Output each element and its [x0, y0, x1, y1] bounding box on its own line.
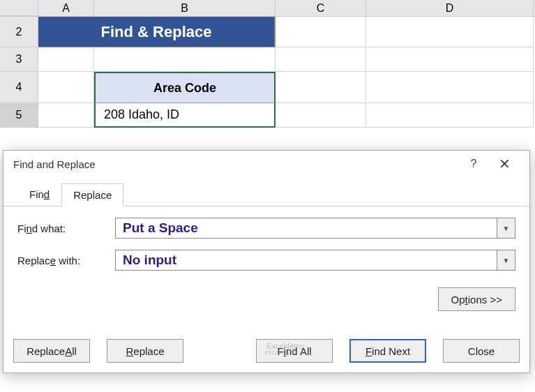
find-next-button[interactable]: Find Next — [349, 339, 426, 363]
tab-replace[interactable]: Replace — [61, 183, 123, 206]
cell-C4[interactable] — [276, 72, 366, 103]
cell-A4[interactable] — [38, 72, 94, 103]
find-what-dropdown[interactable]: ▼ — [497, 218, 515, 239]
col-header-C[interactable]: C — [276, 0, 366, 16]
banner-cell[interactable]: Find & Replace — [38, 17, 276, 47]
find-what-input[interactable] — [115, 218, 497, 239]
replace-all-button[interactable]: Replace All — [13, 339, 90, 363]
replace-with-input[interactable] — [115, 250, 497, 271]
dialog-title: Find and Replace — [13, 158, 96, 170]
tab-strip: Find Replace — [3, 183, 529, 206]
cell-D5[interactable] — [366, 103, 534, 128]
chevron-down-icon: ▼ — [503, 225, 510, 232]
find-what-label: Find what: — [17, 223, 115, 234]
row-header-3[interactable]: 3 — [0, 47, 38, 72]
cell-D4[interactable] — [366, 72, 534, 103]
chevron-down-icon: ▼ — [503, 257, 510, 264]
select-all-corner[interactable] — [0, 0, 38, 16]
row-header-5[interactable]: 5 — [0, 103, 38, 128]
col-header-A[interactable]: A — [38, 0, 94, 16]
cell-D2[interactable] — [366, 17, 534, 47]
replace-with-dropdown[interactable]: ▼ — [497, 250, 515, 271]
close-icon[interactable]: ✕ — [489, 156, 520, 172]
replace-with-label: Replace with: — [17, 255, 115, 266]
close-button[interactable]: Close — [443, 339, 520, 363]
find-replace-dialog: Find and Replace ? ✕ Find Replace Find w… — [3, 150, 530, 373]
tab-find[interactable]: Find — [17, 183, 61, 206]
cell-B5[interactable]: 208 Idaho, ID — [94, 103, 276, 128]
options-button[interactable]: Options >> — [438, 287, 515, 311]
find-all-button[interactable]: Find All — [256, 339, 333, 363]
cell-B3[interactable] — [94, 47, 276, 72]
col-header-D[interactable]: D — [366, 0, 534, 16]
cell-C2[interactable] — [276, 17, 366, 47]
dialog-titlebar[interactable]: Find and Replace ? ✕ — [3, 151, 529, 177]
row-header-4[interactable]: 4 — [0, 72, 38, 103]
replace-button[interactable]: Replace — [107, 339, 183, 363]
help-icon[interactable]: ? — [458, 158, 489, 170]
area-code-header[interactable]: Area Code — [94, 72, 276, 103]
cell-A5[interactable] — [38, 103, 94, 128]
row-header-2[interactable]: 2 — [0, 17, 38, 47]
cell-C5[interactable] — [276, 103, 366, 128]
cell-C3[interactable] — [276, 47, 366, 72]
cell-D3[interactable] — [366, 47, 534, 72]
col-header-B[interactable]: B — [94, 0, 276, 16]
cell-A3[interactable] — [38, 47, 94, 72]
